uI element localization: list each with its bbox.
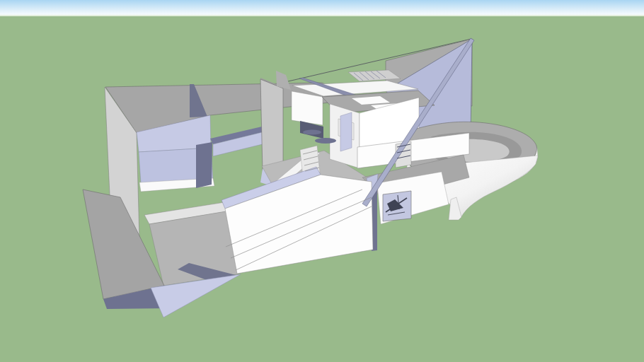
mid-dark-panel bbox=[196, 142, 212, 188]
model-viewer-stage bbox=[0, 0, 644, 362]
tower-face bbox=[292, 91, 323, 125]
sky bbox=[0, 0, 644, 15]
lavender-sliver bbox=[340, 112, 352, 151]
architectural-model bbox=[0, 0, 644, 362]
tall-wall bbox=[260, 79, 283, 174]
round-table-2 bbox=[315, 138, 336, 144]
round-table-1 bbox=[303, 130, 321, 135]
3d-viewport-canvas[interactable] bbox=[0, 0, 644, 362]
horizon-line bbox=[0, 15, 644, 16]
